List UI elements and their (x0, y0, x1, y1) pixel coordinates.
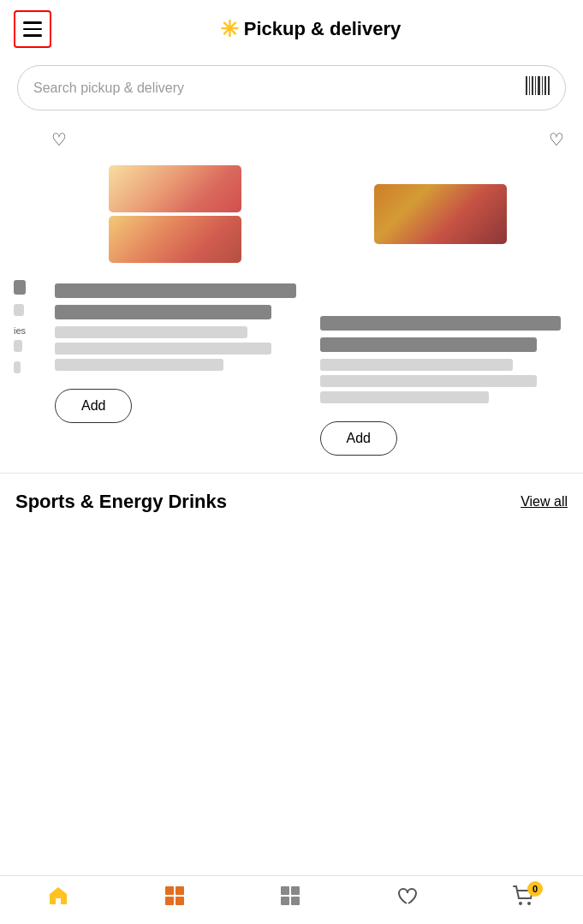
svg-rect-2 (532, 76, 533, 95)
product-card-1: ♡ Add (46, 124, 305, 464)
sports-section-header: Sports & Energy Drinks View all (0, 474, 583, 525)
section-bottom-area (0, 525, 583, 593)
svg-rect-10 (165, 897, 174, 905)
favorite-button-1[interactable]: ♡ (51, 129, 67, 150)
svg-point-16 (519, 902, 522, 905)
menu-button[interactable] (14, 10, 51, 48)
nav-services[interactable] (279, 885, 301, 912)
svg-rect-9 (175, 886, 184, 895)
svg-rect-5 (542, 76, 543, 95)
favorites-icon (396, 885, 418, 912)
cart-icon-wrap: 0 (512, 885, 536, 910)
product-image-2 (320, 158, 562, 270)
add-button-2[interactable]: Add (320, 421, 397, 456)
bottom-navigation: 0 (0, 875, 583, 924)
product-info-2 (320, 313, 562, 411)
view-all-link[interactable]: View all (521, 494, 568, 510)
header: ✳ Pickup & delivery (0, 0, 583, 58)
search-container: Search pickup & delivery (0, 58, 583, 124)
sports-section-title: Sports & Energy Drinks (15, 491, 227, 513)
walmart-logo-icon: ✳ (220, 16, 239, 43)
services-icon (279, 885, 301, 912)
svg-rect-14 (281, 897, 289, 905)
product-card-2: ♡ Add (312, 124, 570, 464)
nav-favorites[interactable] (396, 885, 418, 912)
svg-rect-8 (165, 886, 174, 895)
search-placeholder: Search pickup & delivery (33, 80, 517, 96)
products-section: ies, ♡ Add (0, 124, 583, 464)
nav-departments[interactable] (164, 885, 186, 912)
add-button-1[interactable]: Add (55, 389, 132, 423)
product-image-1 (55, 158, 296, 270)
svg-rect-12 (281, 886, 289, 895)
svg-rect-1 (529, 76, 530, 95)
header-title: ✳ Pickup & delivery (51, 16, 569, 43)
product-card-partial: ies, (14, 124, 39, 464)
home-icon (47, 885, 69, 912)
product-info-1 (55, 280, 296, 379)
products-row: ies, ♡ Add (14, 124, 569, 464)
favorite-button-2[interactable]: ♡ (549, 129, 564, 150)
departments-icon (164, 885, 186, 912)
hamburger-icon (23, 21, 42, 37)
nav-cart[interactable]: 0 (512, 885, 536, 912)
svg-rect-4 (538, 76, 540, 95)
barcode-icon[interactable] (526, 76, 550, 99)
search-bar[interactable]: Search pickup & delivery (17, 65, 566, 110)
header-title-text: Pickup & delivery (244, 18, 401, 40)
svg-point-17 (527, 902, 531, 905)
svg-rect-13 (291, 886, 300, 895)
nav-home[interactable] (47, 885, 69, 912)
svg-rect-7 (548, 76, 550, 95)
svg-rect-0 (526, 76, 527, 95)
svg-rect-11 (175, 897, 184, 905)
svg-rect-3 (535, 76, 536, 95)
cart-badge: 0 (527, 881, 543, 897)
svg-rect-6 (544, 76, 546, 95)
svg-rect-15 (291, 897, 300, 905)
